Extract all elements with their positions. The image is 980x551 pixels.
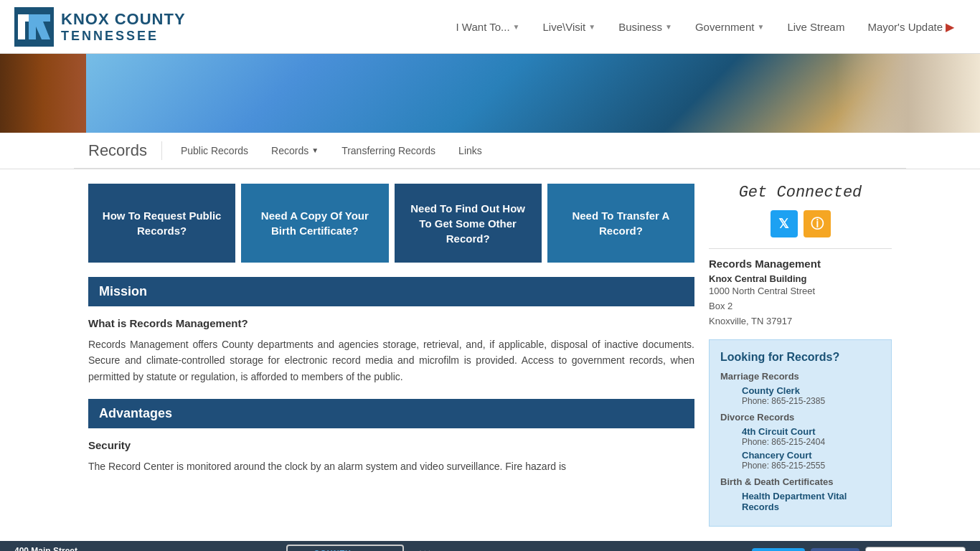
chancery-court-phone: Phone: 865-215-2555 [742,461,880,471]
facebook-share-button[interactable]: f Share [811,548,859,551]
county-clerk-link[interactable]: County Clerk [742,385,880,396]
building-name: Knox Central Building [709,273,892,284]
chevron-down-icon: ▼ [588,23,595,31]
chevron-down-icon: ▼ [757,23,764,31]
logo-icon [14,7,54,47]
header: KNOX COUNTY TENNESSEE I Want To... ▼ Liv… [0,0,980,54]
twitter-button[interactable]: 𝕏 [771,210,798,237]
action-card-transfer[interactable]: Need To Transfer A Record? [547,184,694,263]
footer: 400 Main Street Knoxville, TN 37902 | Pr… [0,541,980,551]
action-card-request[interactable]: How To Request Public Records? [88,184,235,263]
address-line3: Knoxville, TN 37917 [709,314,892,329]
category-marriage: Marriage Records County Clerk Phone: 865… [720,371,880,406]
main-wrap: How To Request Public Records? Need A Co… [88,169,892,541]
content-area: How To Request Public Records? Need A Co… [74,169,906,541]
address-line2: Box 2 [709,299,892,314]
nav-i-want-to[interactable]: I Want To... ▼ [445,15,532,39]
nav-business[interactable]: Business ▼ [607,15,684,39]
chevron-down-icon: ▼ [665,23,672,31]
subnav-links[interactable]: Links [447,135,494,166]
subnav-wrapper: Records Public Records Records ▼ Transfe… [0,133,980,169]
looking-title: Looking for Records? [720,351,880,364]
main-content: How To Request Public Records? Need A Co… [88,184,694,527]
nav-government[interactable]: Government ▼ [684,15,776,39]
subnav-records[interactable]: Records ▼ [260,135,330,166]
list-item: County Clerk Phone: 865-215-2385 [731,385,880,406]
looking-for-records: Looking for Records? Marriage Records Co… [709,339,892,527]
mission-body: Records Management offers County departm… [88,336,694,385]
action-card-birth-cert[interactable]: Need A Copy Of Your Birth Certificate? [241,184,388,263]
category-label-marriage: Marriage Records [720,371,880,382]
subnav: Records Public Records Records ▼ Transfe… [74,133,906,169]
logo-text: KNOX COUNTY TENNESSEE [61,10,186,44]
action-card-other-record[interactable]: Need To Find Out How To Get Some Other R… [395,184,542,263]
list-item: 4th Circuit Court Phone: 865-215-2404 [731,426,880,447]
subnav-transferring-records[interactable]: Transferring Records [330,135,447,166]
health-dept-link[interactable]: Health Department Vital Records [742,491,880,512]
twitter-icon: 𝕏 [778,216,789,232]
security-body: The Record Center is monitored around th… [88,458,694,474]
tweet-button[interactable]: 𝕏 Tweet [752,548,805,551]
category-divorce: Divorce Records 4th Circuit Court Phone:… [720,412,880,471]
county-wide-alerting[interactable]: 📣 COUNTY WIDE ALERTING )))) [286,545,404,551]
social-icons: 𝕏 ⓘ [709,210,892,237]
logo-state: TENNESSEE [61,29,186,44]
footer-address: 400 Main Street Knoxville, TN 37902 [14,545,91,551]
list-item: Chancery Court Phone: 865-215-2555 [731,450,880,471]
nav-live-stream[interactable]: Live Stream [776,15,856,39]
nav-live-visit[interactable]: Live\Visit ▼ [531,15,607,39]
footer-share: Share → 𝕏 Tweet f Share Select Language [690,547,966,551]
category-birth-death: Birth & Death Certificates Health Depart… [720,476,880,512]
chevron-down-icon: ▼ [311,146,319,154]
subnav-links: Public Records Records ▼ Transferring Re… [169,135,494,166]
category-label-divorce: Divorce Records [720,412,880,423]
language-selector[interactable]: Select Language [865,547,966,551]
security-title: Security [88,439,694,451]
play-icon: ▶ [946,20,954,34]
sidebar-address: Records Management Knox Central Building… [709,248,892,329]
circuit-court-link[interactable]: 4th Circuit Court [742,426,880,437]
address-line1: 1000 North Central Street [709,284,892,299]
get-connected-section: Get Connected 𝕏 ⓘ [709,184,892,237]
get-connected-title: Get Connected [709,184,892,202]
main-nav: I Want To... ▼ Live\Visit ▼ Business ▼ G… [445,14,966,39]
county-clerk-phone: Phone: 865-215-2385 [742,396,880,406]
action-cards: How To Request Public Records? Need A Co… [88,184,694,263]
subnav-title: Records [88,141,162,160]
list-item: Health Department Vital Records [731,491,880,512]
logo[interactable]: KNOX COUNTY TENNESSEE [14,7,186,47]
advantages-header: Advantages [88,399,694,428]
rss-icon: ⓘ [811,215,824,232]
hero-banner [0,54,980,133]
chevron-down-icon: ▼ [513,23,520,31]
subnav-public-records[interactable]: Public Records [169,135,260,166]
mission-subtitle: What is Records Management? [88,317,694,329]
chancery-court-link[interactable]: Chancery Court [742,450,880,461]
logo-county: KNOX COUNTY [61,10,186,29]
nav-mayors-update[interactable]: Mayor's Update ▶ [856,14,966,39]
mission-header: Mission [88,277,694,306]
circuit-court-phone: Phone: 865-215-2404 [742,437,880,447]
org-name: Records Management [709,258,892,270]
sidebar: Get Connected 𝕏 ⓘ Records Management Kno… [709,184,892,527]
category-label-birth-death: Birth & Death Certificates [720,476,880,487]
rss-button[interactable]: ⓘ [804,210,831,237]
